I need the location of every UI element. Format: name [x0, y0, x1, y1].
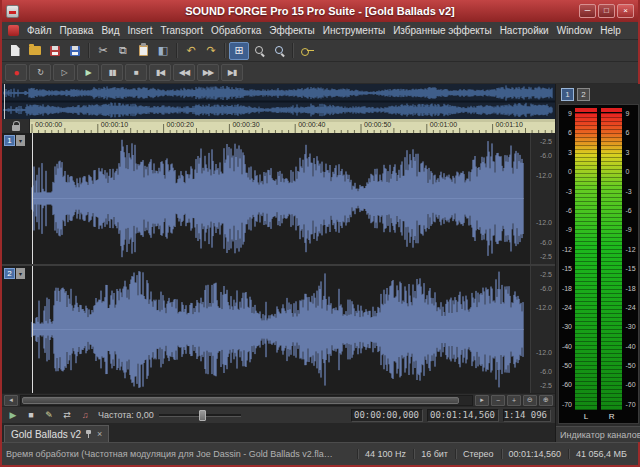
- zoom-out-time-button[interactable]: −: [491, 395, 505, 406]
- rewind-button[interactable]: ◀◀: [173, 64, 195, 81]
- db-label: -2.5: [540, 253, 552, 260]
- svg-text:00:01:10: 00:01:10: [496, 121, 523, 128]
- meter-scale-label: -40: [561, 343, 572, 350]
- db-label: -2.5: [540, 382, 552, 389]
- channel-1-number[interactable]: 1: [4, 135, 15, 146]
- redo-icon: ↷: [206, 45, 215, 56]
- menu-effects[interactable]: Эффекты: [265, 22, 318, 39]
- channel-2-menu-arrow-icon[interactable]: ▾: [16, 268, 25, 279]
- record-button[interactable]: ●: [5, 64, 27, 81]
- level-meters[interactable]: 9630-3-6-9-12-15-18-24-30-40-50-60-70 L …: [558, 104, 639, 424]
- redo-button[interactable]: ↷: [201, 42, 221, 60]
- zoom-out-magnify-button[interactable]: ⊖: [523, 395, 537, 406]
- minimize-button[interactable]: ─: [579, 4, 596, 18]
- overview-waveform[interactable]: [2, 84, 555, 119]
- menu-options[interactable]: Настройки: [496, 22, 553, 39]
- menu-favorite-effects[interactable]: Избранные эффекты: [389, 22, 495, 39]
- play-button[interactable]: ▶: [77, 64, 99, 81]
- mini-stop-button[interactable]: ■: [23, 408, 39, 422]
- document-tab[interactable]: Gold Ballads v2 ×: [4, 425, 109, 442]
- scroll-right-button[interactable]: ▸: [475, 395, 489, 406]
- svg-text:00:00:40: 00:00:40: [298, 121, 325, 128]
- menu-tools[interactable]: Инструменты: [319, 22, 389, 39]
- menu-edit[interactable]: Правка: [56, 22, 98, 39]
- waveform-2[interactable]: [2, 266, 530, 393]
- scrollbar-track[interactable]: [20, 395, 473, 406]
- time-ruler[interactable]: 00:00:0000:00:1000:00:2000:00:3000:00:40…: [30, 119, 555, 133]
- channel-1-menu-arrow-icon[interactable]: ▾: [16, 135, 25, 146]
- cut-button[interactable]: ✂: [93, 42, 113, 60]
- loop-playback-button[interactable]: ↻: [29, 64, 51, 81]
- db-label: -12.0: [536, 349, 552, 356]
- menu-process[interactable]: Обработка: [207, 22, 265, 39]
- menu-transport[interactable]: Transport: [156, 22, 206, 39]
- paste-button[interactable]: [133, 42, 153, 60]
- scrollbar-thumb[interactable]: [22, 397, 459, 404]
- menu-view[interactable]: Вид: [97, 22, 123, 39]
- undo-button[interactable]: ↶: [181, 42, 201, 60]
- selection-length-display: 1:14 096: [503, 409, 551, 422]
- audio-tool-button[interactable]: ♫: [77, 408, 93, 422]
- db-label: -12.0: [536, 219, 552, 226]
- mini-play-button[interactable]: ▶: [5, 408, 21, 422]
- zoom-in-magnify-button[interactable]: ⊕: [539, 395, 553, 406]
- meter-scale-label: -3: [625, 188, 636, 195]
- forward-icon: ▶▶: [203, 69, 213, 77]
- meter-scale-label: -3: [561, 188, 572, 195]
- meter-tab-1[interactable]: 1: [561, 88, 574, 101]
- ruler-gutter: [2, 119, 30, 133]
- close-button[interactable]: ×: [617, 4, 634, 18]
- meter-tab-2[interactable]: 2: [577, 88, 590, 101]
- go-to-start-button[interactable]: ▮◀: [149, 64, 171, 81]
- frequency-slider[interactable]: [159, 410, 241, 421]
- app-icon: [6, 5, 19, 18]
- pause-button[interactable]: ▮▮: [101, 64, 123, 81]
- horizontal-scrollbar: ◂ ▸ −+⊖⊕: [2, 393, 555, 406]
- sep-1: [88, 43, 90, 58]
- new-file-button[interactable]: [5, 42, 25, 60]
- forward-button[interactable]: ▶▶: [197, 64, 219, 81]
- open-button[interactable]: [25, 42, 45, 60]
- clip-indicator-right[interactable]: [601, 108, 623, 112]
- menu-help[interactable]: Help: [596, 22, 625, 39]
- snap-grid-button[interactable]: ⊞: [229, 42, 249, 60]
- go-to-start-icon: ▮◀: [156, 69, 165, 77]
- clip-indicator-left[interactable]: [575, 108, 597, 112]
- maximize-button[interactable]: □: [598, 4, 615, 18]
- zoom-edit-tool-button[interactable]: [249, 42, 269, 60]
- zoom-in-time-button[interactable]: +: [507, 395, 521, 406]
- title-bar[interactable]: SOUND FORGE Pro 15 Pro Suite - [Gold Bal…: [2, 0, 638, 22]
- preferences-key-button[interactable]: [297, 42, 317, 60]
- pin-icon[interactable]: [85, 430, 93, 438]
- magnify-button[interactable]: [269, 42, 289, 60]
- trim-button[interactable]: ◧: [153, 42, 173, 60]
- stop-button[interactable]: ■: [125, 64, 147, 81]
- scroll-left-button[interactable]: ◂: [4, 395, 18, 406]
- menu-file[interactable]: Файл: [23, 22, 56, 39]
- save-as-icon: [70, 46, 80, 56]
- play-all-button[interactable]: ▷: [53, 64, 75, 81]
- save-button[interactable]: [45, 42, 65, 60]
- playbar-toolbar: ▶■✎⇄♫ Частота: 0,00 00:00:00,00000:01:14…: [2, 406, 555, 423]
- status-bar: Время обработки (Частотная модуляция для…: [2, 442, 638, 465]
- lock-icon[interactable]: [12, 125, 20, 131]
- db-ruler-1[interactable]: -2.5-6.0-12.0-12.0-6.0-2.5: [530, 133, 555, 264]
- tab-close-icon[interactable]: ×: [97, 430, 102, 439]
- sep-4: [292, 43, 294, 58]
- copy-button[interactable]: ⧉: [113, 42, 133, 60]
- menu-window[interactable]: Window: [553, 22, 597, 39]
- db-ruler-2[interactable]: -2.5-6.0-12.0-12.0-6.0-2.5: [530, 266, 555, 393]
- channel-2-number[interactable]: 2: [4, 268, 15, 279]
- go-to-end-button[interactable]: ▶▮: [221, 64, 243, 81]
- save-as-button[interactable]: [65, 42, 85, 60]
- meter-scale-label: 9: [561, 110, 572, 117]
- menu-insert[interactable]: Insert: [123, 22, 156, 39]
- event-tool-button[interactable]: ⇄: [59, 408, 75, 422]
- app-menu-icon[interactable]: [8, 25, 19, 36]
- waveform-channel-1: 1 ▾ -2.5-6.0-12.0-12.0-6.0-2.5: [2, 133, 555, 264]
- waveform-1[interactable]: [2, 133, 530, 264]
- menu-bar: ФайлПравкаВидInsertTransportОбработкаЭфф…: [2, 22, 638, 40]
- edit-tool-button[interactable]: ✎: [41, 408, 57, 422]
- slider-thumb[interactable]: [199, 410, 206, 421]
- meter-left-channel: L: [575, 108, 597, 422]
